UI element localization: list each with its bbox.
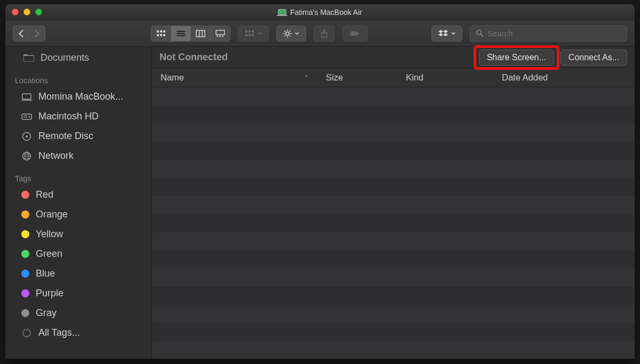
sidebar-tag-green[interactable]: Green (5, 244, 151, 264)
sidebar-item-network[interactable]: Network (5, 146, 151, 166)
tag-dot-icon (21, 289, 29, 297)
column-header-row: Name ⌃ Size Kind Date Added (152, 68, 635, 87)
empty-row (152, 305, 635, 323)
search-icon (476, 29, 483, 37)
connect-as-button[interactable]: Connect As... (561, 50, 627, 66)
svg-rect-4 (160, 34, 162, 36)
svg-rect-5 (163, 34, 165, 36)
share-button[interactable] (314, 26, 335, 42)
svg-point-22 (286, 32, 289, 35)
column-label: Date Added (502, 72, 548, 83)
folder-icon (23, 54, 34, 62)
search-input[interactable] (487, 29, 621, 38)
svg-rect-7 (177, 33, 185, 34)
empty-row (152, 87, 635, 106)
empty-row (152, 323, 635, 341)
svg-rect-41 (22, 94, 31, 99)
gear-icon (283, 29, 292, 38)
empty-row (152, 196, 635, 214)
group-by-button[interactable] (238, 26, 269, 42)
gallery-view-button[interactable] (210, 26, 230, 41)
svg-line-27 (285, 30, 286, 31)
sidebar: Documents Locations Momina MacBook... Ma… (5, 47, 152, 359)
toolbar (5, 20, 635, 47)
icon-view-button[interactable] (151, 26, 171, 41)
tag-dot-icon (21, 191, 29, 199)
sidebar-item-label: Network (38, 150, 74, 161)
svg-rect-0 (157, 30, 159, 33)
empty-row (152, 178, 635, 196)
file-list (152, 87, 635, 359)
svg-point-44 (29, 116, 30, 117)
sidebar-tag-gray[interactable]: Gray (5, 303, 151, 323)
sidebar-tag-red[interactable]: Red (5, 185, 151, 205)
dropbox-button[interactable] (431, 26, 462, 42)
svg-rect-17 (249, 30, 251, 33)
sidebar-item-label: All Tags... (38, 327, 80, 338)
search-field[interactable] (470, 26, 627, 42)
forward-button[interactable] (29, 26, 45, 41)
tags-button[interactable] (342, 26, 368, 42)
column-header-date-added[interactable]: Date Added (493, 72, 635, 83)
empty-row (152, 124, 635, 142)
sidebar-tag-orange[interactable]: Orange (5, 205, 151, 224)
list-view-button[interactable] (171, 26, 190, 41)
column-view-button[interactable] (190, 26, 210, 41)
share-screen-button[interactable]: Share Screen... (479, 50, 554, 66)
svg-line-30 (285, 35, 286, 36)
sidebar-item-label: Red (36, 189, 53, 200)
sidebar-section-tags: Tags (5, 166, 151, 185)
disc-icon (21, 132, 32, 141)
empty-row (152, 232, 635, 250)
svg-line-28 (290, 35, 291, 36)
window-title: Fatima's MacBook Air (5, 8, 635, 17)
sidebar-item-momina-macbook[interactable]: Momina MacBook... (5, 87, 151, 107)
sidebar-item-documents[interactable]: Documents (5, 48, 151, 68)
globe-icon (21, 152, 32, 160)
connection-status: Not Connected (159, 52, 228, 63)
svg-point-54 (23, 329, 30, 337)
sidebar-item-macintosh-hd[interactable]: Macintosh HD (5, 107, 151, 126)
empty-row (152, 287, 635, 305)
sidebar-all-tags[interactable]: All Tags... (5, 323, 151, 343)
maximize-window-button[interactable] (35, 9, 42, 15)
laptop-icon (21, 93, 32, 101)
tag-dot-icon (21, 309, 29, 317)
action-menu-button[interactable] (276, 26, 306, 42)
tag-dot-icon (21, 250, 29, 258)
empty-row (152, 250, 635, 269)
main-panel: Not Connected Share Screen... Connect As… (152, 47, 635, 359)
minimize-window-button[interactable] (23, 9, 30, 15)
svg-line-38 (481, 35, 483, 37)
svg-rect-16 (245, 30, 247, 33)
status-bar: Not Connected Share Screen... Connect As… (152, 47, 635, 68)
sidebar-tag-purple[interactable]: Purple (5, 284, 151, 303)
column-header-kind[interactable]: Kind (397, 72, 493, 83)
chevron-down-icon (451, 32, 455, 35)
column-header-size[interactable]: Size (317, 72, 397, 83)
share-icon (321, 29, 328, 38)
sidebar-tag-yellow[interactable]: Yellow (5, 224, 151, 244)
empty-row (152, 142, 635, 160)
column-label: Name (161, 72, 184, 83)
column-header-name[interactable]: Name ⌃ (152, 72, 317, 83)
svg-marker-33 (438, 30, 443, 33)
sidebar-item-remote-disc[interactable]: Remote Disc (5, 126, 151, 146)
window-title-text: Fatima's MacBook Air (290, 8, 362, 17)
all-tags-icon (21, 329, 32, 337)
back-button[interactable] (13, 26, 29, 41)
sort-ascending-icon: ⌃ (304, 74, 309, 81)
sidebar-tag-blue[interactable]: Blue (5, 264, 151, 284)
svg-marker-36 (443, 33, 448, 36)
close-window-button[interactable] (12, 9, 19, 15)
svg-rect-15 (222, 36, 223, 37)
empty-row (152, 214, 635, 232)
sidebar-section-locations: Locations (5, 68, 151, 87)
svg-rect-6 (177, 31, 185, 32)
hdd-icon (21, 112, 32, 121)
view-mode-segment (151, 26, 230, 42)
chevron-down-icon (258, 32, 262, 35)
svg-line-29 (290, 30, 291, 31)
svg-rect-8 (177, 35, 185, 36)
empty-row (152, 160, 635, 178)
